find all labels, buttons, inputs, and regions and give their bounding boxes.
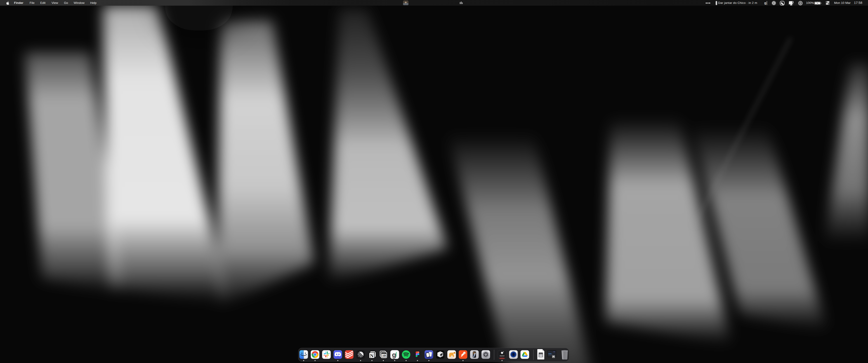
svg-text:N: N — [370, 353, 374, 359]
svg-text:raycast: raycast — [500, 355, 504, 357]
svg-text:10: 10 — [382, 354, 386, 357]
svg-text:11: 11 — [553, 356, 555, 358]
svg-text:g: g — [392, 351, 396, 359]
